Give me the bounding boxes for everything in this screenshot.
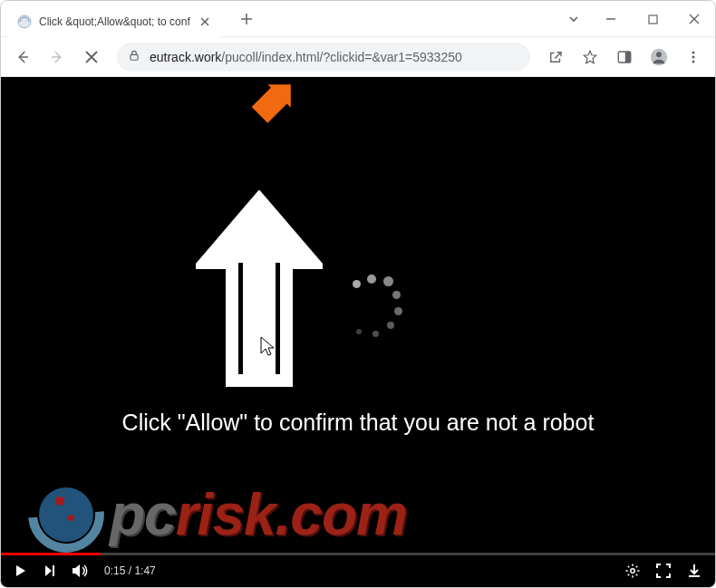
tab-favicon	[17, 14, 32, 29]
video-controls: 0:15 / 1:47	[1, 553, 715, 588]
url-domain: eutrack.work	[150, 50, 221, 64]
browser-toolbar: eutrack.work/pucoll/index.html/?clickid=…	[1, 37, 715, 77]
volume-button[interactable]	[72, 564, 90, 578]
next-button[interactable]	[43, 564, 57, 578]
video-time: 0:15 / 1:47	[104, 564, 156, 577]
new-tab-button[interactable]	[234, 6, 259, 32]
watermark-text-red: risk.com	[176, 481, 407, 548]
settings-button[interactable]	[624, 563, 641, 579]
lock-icon	[128, 49, 140, 65]
watermark-text: pcrisk.com	[110, 481, 407, 548]
watermark-text-gray: pc	[110, 481, 176, 548]
maximize-button[interactable]	[632, 1, 673, 37]
svg-point-7	[692, 51, 695, 53]
mouse-cursor-icon	[259, 335, 276, 361]
watermark-logo-icon	[28, 477, 104, 553]
page-content: Click "Allow" to confirm that you are no…	[1, 77, 715, 588]
menu-button[interactable]	[679, 43, 708, 72]
svg-rect-4	[625, 52, 631, 63]
download-button[interactable]	[686, 563, 702, 579]
tab-search-dropdown[interactable]	[557, 1, 590, 37]
url-text: eutrack.work/pucoll/index.html/?clickid=…	[150, 50, 462, 64]
window-controls	[557, 1, 715, 37]
fullscreen-button[interactable]	[655, 563, 672, 579]
svg-rect-2	[131, 54, 138, 60]
share-button[interactable]	[541, 43, 570, 72]
svg-rect-11	[53, 565, 54, 576]
svg-rect-1	[649, 15, 657, 24]
svg-point-6	[656, 52, 662, 57]
address-bar[interactable]: eutrack.work/pucoll/index.html/?clickid=…	[117, 43, 530, 72]
scam-caption: Click "Allow" to confirm that you are no…	[104, 408, 612, 438]
back-button[interactable]	[8, 43, 37, 72]
url-path: /pucoll/index.html/?clickid=&var1=593325…	[221, 50, 461, 64]
loading-spinner	[327, 267, 400, 340]
bookmark-button[interactable]	[576, 43, 605, 72]
video-current-time: 0:15	[104, 564, 125, 577]
minimize-button[interactable]	[590, 1, 632, 37]
page-up-arrow-graphic	[196, 190, 323, 393]
close-tab-button[interactable]	[198, 14, 212, 29]
side-panel-button[interactable]	[610, 43, 639, 72]
svg-point-8	[692, 55, 695, 58]
tab-title: Click &quot;Allow&quot; to conf	[39, 15, 190, 28]
browser-tab[interactable]: Click &quot;Allow&quot; to conf	[8, 6, 221, 37]
forward-button[interactable]	[43, 43, 72, 72]
profile-button[interactable]	[644, 43, 673, 72]
stop-reload-button[interactable]	[77, 43, 106, 72]
video-duration: 1:47	[134, 564, 155, 577]
video-progress-fill	[1, 553, 101, 555]
pcrisk-watermark: pcrisk.com	[28, 477, 407, 553]
browser-titlebar: Click &quot;Allow&quot; to conf	[1, 1, 715, 37]
close-window-button[interactable]	[673, 1, 715, 37]
svg-point-12	[631, 569, 635, 574]
svg-point-9	[692, 60, 695, 63]
svg-rect-10	[243, 255, 276, 382]
video-progress-bar[interactable]	[1, 553, 715, 555]
play-button[interactable]	[14, 564, 28, 578]
